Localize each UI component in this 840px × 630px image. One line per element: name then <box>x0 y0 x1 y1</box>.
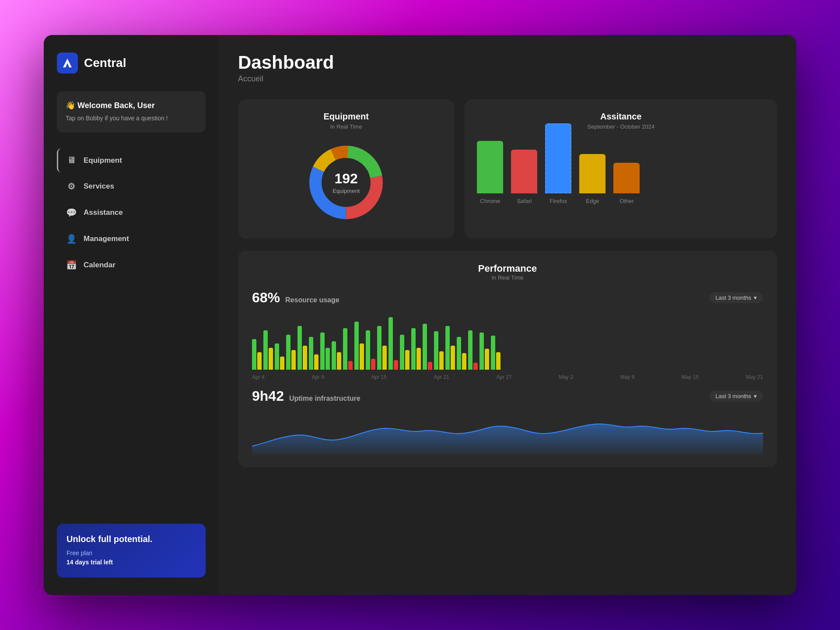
bar-pair-13 <box>388 317 398 370</box>
bar-chrome-fill <box>477 141 503 193</box>
chevron-down-icon-2: ▾ <box>754 393 757 399</box>
nav-label-services: Services <box>84 182 114 191</box>
bar-pair-11 <box>366 330 375 370</box>
x-label-apr9: Apr 9 <box>312 374 324 380</box>
uptime-row: 9h42 Uptime infrastructure Last 3 months… <box>252 388 763 404</box>
uptime-badge[interactable]: Last 3 months ▾ <box>709 391 763 402</box>
assistance-card: Assitance September - October 2024 Chrom… <box>465 99 777 238</box>
nav-menu: 🖥 Equipment ⚙ Services 💬 Assistance 👤 Ma… <box>57 148 206 515</box>
assistance-icon: 💬 <box>66 207 77 218</box>
app-name: Central <box>84 56 126 70</box>
resource-usage-row: 68% Resource usage Last 3 months ▾ <box>252 290 763 306</box>
nav-label-assistance: Assistance <box>84 208 123 217</box>
bar-chrome: Chrome <box>477 141 503 204</box>
sidebar-item-management[interactable]: 👤 Management <box>57 227 206 251</box>
assistance-card-title: Assitance <box>477 112 765 122</box>
nav-label-management: Management <box>84 234 129 243</box>
bar-pair-21 <box>480 332 489 370</box>
resource-value: 68% <box>252 290 280 306</box>
logo-icon <box>57 52 78 74</box>
welcome-title: 👋 Welcome Back, User <box>66 101 197 110</box>
bar-pair-12 <box>377 326 387 370</box>
svg-marker-0 <box>63 59 72 67</box>
performance-subtitle: In Real Time <box>252 274 763 281</box>
equipment-donut: 192 Equipment <box>250 139 442 226</box>
upgrade-subtitle: Free plan 14 days trial left <box>66 549 196 567</box>
resource-metric: 68% Resource usage <box>252 290 340 306</box>
resource-bar-chart <box>252 313 763 370</box>
equipment-card: Equipment In Real Time <box>238 99 454 238</box>
bar-pair-7 <box>320 332 330 370</box>
bar-chrome-label: Chrome <box>480 198 500 204</box>
top-cards-row: Equipment In Real Time <box>238 99 777 238</box>
bar-pair-18 <box>445 326 455 370</box>
bar-pair-17 <box>434 331 444 370</box>
bar-pair-14 <box>400 335 410 370</box>
resource-badge[interactable]: Last 3 months ▾ <box>709 292 763 303</box>
assistance-card-subtitle: September - October 2024 <box>477 123 765 130</box>
bar-pair-19 <box>457 337 466 370</box>
services-icon: ⚙ <box>66 181 77 192</box>
uptime-metric: 9h42 Uptime infrastructure <box>252 388 360 404</box>
sidebar-item-equipment[interactable]: 🖥 Equipment <box>57 148 206 172</box>
upgrade-card[interactable]: Unlock full potential. Free plan 14 days… <box>57 524 206 578</box>
bar-pair-2 <box>263 330 273 370</box>
page-subtitle: Accueil <box>238 74 777 84</box>
x-label-may15: May 15 <box>682 374 699 380</box>
uptime-label: Uptime infrastructure <box>289 395 360 402</box>
bar-firefox: Firefox <box>545 123 571 204</box>
bar-edge-label: Edge <box>586 198 599 204</box>
upgrade-title: Unlock full potential. <box>66 534 196 544</box>
bar-pair-22 <box>491 336 500 370</box>
equipment-icon: 🖥 <box>66 155 77 165</box>
bar-pair-10 <box>354 322 364 370</box>
bar-edge: Edge <box>579 154 606 204</box>
performance-header: Performance In Real Time <box>252 263 763 281</box>
nav-label-calendar: Calendar <box>84 261 116 270</box>
bar-pair-3 <box>275 343 284 370</box>
resource-label: Resource usage <box>285 296 340 304</box>
main-content: Dashboard Accueil Equipment In Real Time <box>219 35 796 595</box>
area-svg <box>252 411 763 455</box>
performance-title: Performance <box>252 263 763 274</box>
bar-other-label: Other <box>620 198 634 204</box>
bar-edge-fill <box>579 154 606 193</box>
bar-pair-4 <box>286 335 296 370</box>
x-label-may9: May 9 <box>620 374 634 380</box>
sidebar-item-calendar[interactable]: 📅 Calendar <box>57 253 206 277</box>
bar-pair-16 <box>423 324 432 370</box>
uptime-area-chart <box>252 411 763 455</box>
sidebar-item-assistance[interactable]: 💬 Assistance <box>57 200 206 225</box>
bar-pair-20 <box>468 330 478 370</box>
chevron-down-icon: ▾ <box>754 294 757 301</box>
performance-card: Performance In Real Time 68% Resource us… <box>238 251 777 467</box>
equipment-total: 192 <box>332 171 360 187</box>
management-icon: 👤 <box>66 234 77 244</box>
bar-firefox-label: Firefox <box>550 198 567 204</box>
calendar-icon: 📅 <box>66 260 77 270</box>
page-title: Dashboard <box>238 52 777 73</box>
x-label-apr15: Apr 15 <box>371 374 386 380</box>
bar-firefox-fill <box>545 123 571 193</box>
welcome-emoji: 👋 <box>66 101 75 110</box>
equipment-label: Equipment <box>332 188 360 194</box>
equipment-card-subtitle: In Real Time <box>250 123 442 130</box>
bar-pair-9 <box>343 328 353 370</box>
bar-pair-8 <box>332 341 341 370</box>
sidebar-item-services[interactable]: ⚙ Services <box>57 174 206 199</box>
bar-safari-label: Safari <box>517 198 532 204</box>
x-label-may3: May 3 <box>559 374 573 380</box>
bar-pair-1 <box>252 339 262 370</box>
bar-safari-fill <box>511 150 537 193</box>
welcome-card: 👋 Welcome Back, User Tap on Bobby if you… <box>57 91 206 133</box>
bar-safari: Safari <box>511 150 537 204</box>
page-header: Dashboard Accueil <box>238 52 777 84</box>
app-window: Central 👋 Welcome Back, User Tap on Bobb… <box>44 35 796 595</box>
sidebar: Central 👋 Welcome Back, User Tap on Bobb… <box>44 35 219 595</box>
nav-label-equipment: Equipment <box>84 156 122 165</box>
x-label-apr27: Apr 27 <box>496 374 511 380</box>
logo-area: Central <box>57 52 206 74</box>
x-axis-labels: Apr 4 Apr 9 Apr 15 Apr 21 Apr 27 May 3 M… <box>252 374 763 380</box>
bar-pair-5 <box>298 326 307 370</box>
x-label-may21: May 21 <box>746 374 763 380</box>
